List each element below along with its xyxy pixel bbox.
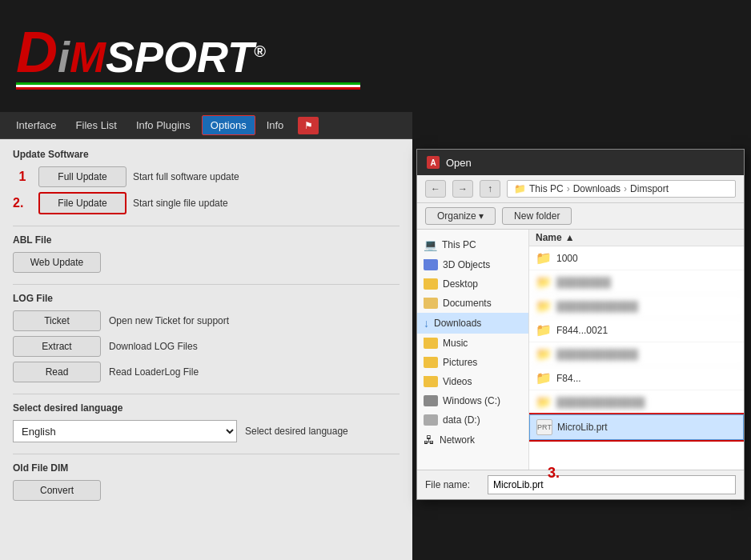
sidebar-documents-label: Documents bbox=[443, 298, 492, 309]
file-row-sdcu[interactable]: 📁 ████████ bbox=[529, 270, 744, 294]
drive-d-icon bbox=[424, 414, 438, 426]
dialog-title: Open bbox=[446, 157, 472, 169]
ticket-desc: Open new Ticket for support bbox=[109, 315, 229, 326]
up-icon: ↑ bbox=[488, 183, 492, 194]
filename-input[interactable] bbox=[488, 475, 736, 494]
sidebar-3d-objects[interactable]: 3D Objects bbox=[417, 255, 528, 274]
ticket-button[interactable]: Ticket bbox=[13, 310, 101, 331]
file-row-1000[interactable]: 📁 1000 bbox=[529, 246, 744, 270]
convert-button[interactable]: Convert bbox=[13, 480, 101, 501]
sidebar-network[interactable]: 🖧 Network bbox=[417, 430, 528, 450]
file-label-f84-0021: F844...0021 bbox=[556, 325, 608, 336]
language-dropdown[interactable]: English Italiano Español Français Deutsc… bbox=[13, 420, 237, 442]
menu-files-list[interactable]: Files List bbox=[68, 116, 125, 134]
sidebar-data-d[interactable]: data (D:) bbox=[417, 410, 528, 430]
sidebar-desktop-label: Desktop bbox=[443, 278, 478, 290]
log-file-section: LOG File Ticket Open new Ticket for supp… bbox=[13, 293, 400, 382]
file-label-blurred1: ████████████ bbox=[556, 301, 638, 312]
logo: D iM SPORT® bbox=[16, 23, 360, 90]
folder-icon-blurred1: 📁 bbox=[536, 298, 552, 314]
folder-3d-icon bbox=[424, 259, 438, 270]
file-row-blurred2[interactable]: 📁 █████████████ bbox=[529, 390, 744, 414]
breadcrumb-bar: 📁 This PC › Downloads › Dimsport bbox=[507, 180, 736, 198]
folder-icon-f84-2: 📁 bbox=[536, 370, 552, 386]
dialog-app-icon: A bbox=[427, 156, 440, 169]
breadcrumb-downloads[interactable]: Downloads bbox=[573, 183, 620, 194]
extract-button[interactable]: Extract bbox=[13, 336, 101, 357]
logo-d: D bbox=[16, 23, 58, 81]
filename-label: File name: bbox=[425, 479, 481, 490]
file-update-button[interactable]: File Update bbox=[38, 192, 127, 214]
section-abl-title: ABL File bbox=[13, 234, 400, 246]
update-software-section: Update Software 1 Full Update Start full… bbox=[13, 149, 400, 214]
breadcrumb-folder-icon: 📁 bbox=[514, 183, 526, 194]
read-desc: Read LoaderLog File bbox=[109, 366, 199, 378]
breadcrumb-dimsport[interactable]: Dimsport bbox=[630, 183, 669, 194]
file-dialog: A Open ← → ↑ 📁 This PC › Downloads › Dim… bbox=[416, 149, 745, 500]
sidebar-panel: 💻 This PC 3D Objects Desktop Documents ↓… bbox=[417, 230, 529, 470]
sidebar-videos[interactable]: Videos bbox=[417, 372, 528, 391]
dialog-title-bar: A Open bbox=[417, 150, 744, 175]
dialog-actions-bar: Organize ▾ New folder bbox=[417, 203, 744, 230]
breadcrumb-this-pc[interactable]: This PC bbox=[529, 183, 564, 194]
sidebar-downloads-label: Downloads bbox=[434, 318, 481, 329]
menu-options[interactable]: Options bbox=[202, 115, 255, 135]
file-row-f84-0021[interactable]: 📁 F844...0021 bbox=[529, 318, 744, 342]
sidebar-documents[interactable]: Documents bbox=[417, 294, 528, 313]
sidebar-pictures-label: Pictures bbox=[443, 357, 477, 368]
prt-icon-inner: PRT bbox=[537, 423, 552, 431]
file-row-blurred1[interactable]: 📁 ████████████ bbox=[529, 294, 744, 318]
dialog-body: 💻 This PC 3D Objects Desktop Documents ↓… bbox=[417, 230, 744, 470]
section-update-title: Update Software bbox=[13, 149, 400, 160]
full-update-button[interactable]: Full Update bbox=[38, 166, 127, 187]
sidebar-music[interactable]: Music bbox=[417, 334, 528, 353]
sidebar-3d-label: 3D Objects bbox=[443, 259, 490, 270]
file-row-0011jemi[interactable]: 📁 ████████████ bbox=[529, 342, 744, 366]
file-row-f84-2[interactable]: 📁 F84... bbox=[529, 366, 744, 390]
menu-info-plugins[interactable]: Info Plugins bbox=[128, 116, 199, 134]
sidebar-windows-c[interactable]: Windows (C:) bbox=[417, 391, 528, 410]
read-button[interactable]: Read bbox=[13, 362, 101, 382]
web-update-button[interactable]: Web Update bbox=[13, 252, 101, 273]
lang-desc: Select desired language bbox=[245, 426, 348, 437]
download-icon: ↓ bbox=[424, 317, 429, 330]
logo-im: iM bbox=[58, 35, 106, 78]
abl-file-section: ABL File Web Update bbox=[13, 234, 400, 273]
file-row-microlib[interactable]: PRT MicroLib.prt bbox=[529, 414, 744, 440]
section-log-title: LOG File bbox=[13, 293, 400, 304]
name-column-header: Name bbox=[536, 232, 562, 243]
dialog-footer: File name: bbox=[417, 470, 744, 499]
sidebar-pictures[interactable]: Pictures bbox=[417, 353, 528, 372]
breadcrumb-sep2: › bbox=[624, 183, 627, 194]
organize-button[interactable]: Organize ▾ bbox=[425, 207, 496, 225]
old-file-dim-section: Old File DIM Convert bbox=[13, 462, 400, 501]
app-header: D iM SPORT® bbox=[0, 0, 412, 112]
menu-icon-button[interactable]: ⚑ bbox=[298, 117, 319, 134]
menu-info[interactable]: Info bbox=[259, 116, 292, 134]
section-dim-title: Old File DIM bbox=[13, 462, 400, 474]
file-label-0011jemi: ████████████ bbox=[556, 349, 638, 360]
folder-music-icon bbox=[424, 338, 438, 349]
files-panel: Name ▲ 📁 1000 📁 ████████ 📁 bbox=[529, 230, 744, 470]
new-folder-button[interactable]: New folder bbox=[502, 207, 572, 225]
menu-interface[interactable]: Interface bbox=[8, 116, 65, 134]
step1-badge: 1 bbox=[13, 167, 32, 186]
sidebar-videos-label: Videos bbox=[443, 376, 472, 387]
sidebar-this-pc[interactable]: 💻 This PC bbox=[417, 234, 528, 255]
flag-icon: ⚑ bbox=[304, 120, 313, 131]
folder-icon-f84-0021: 📁 bbox=[536, 322, 552, 338]
sidebar-windows-c-label: Windows (C:) bbox=[443, 395, 500, 406]
sidebar-desktop[interactable]: Desktop bbox=[417, 274, 528, 294]
back-icon: ← bbox=[431, 183, 440, 194]
folder-documents-icon bbox=[424, 298, 438, 309]
folder-icon-blurred2: 📁 bbox=[536, 394, 552, 410]
folder-pictures-icon bbox=[424, 357, 438, 368]
nav-forward-button[interactable]: → bbox=[452, 180, 473, 198]
sort-icon[interactable]: ▲ bbox=[565, 232, 575, 243]
forward-icon: → bbox=[458, 183, 468, 194]
extract-desc: Download LOG Files bbox=[109, 341, 198, 352]
nav-up-button[interactable]: ↑ bbox=[480, 180, 500, 198]
sidebar-data-d-label: data (D:) bbox=[443, 414, 480, 426]
nav-back-button[interactable]: ← bbox=[425, 180, 446, 198]
sidebar-downloads[interactable]: ↓ Downloads bbox=[417, 313, 528, 334]
